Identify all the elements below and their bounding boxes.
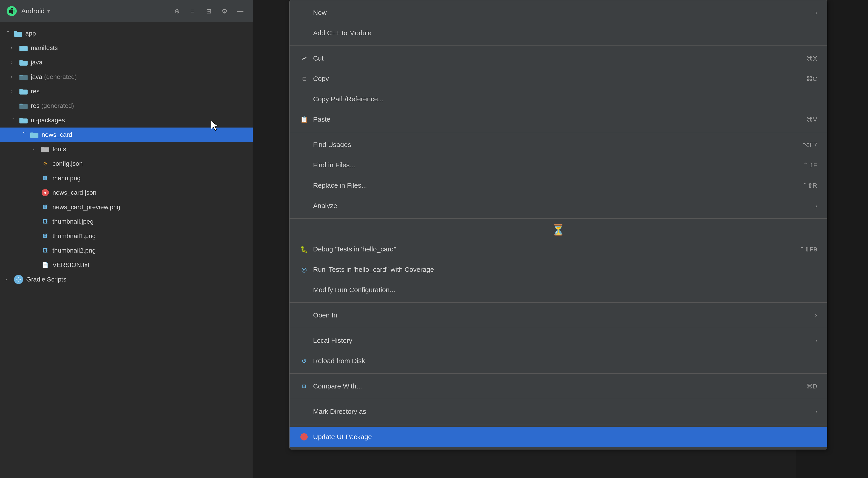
menu-item-open-in[interactable]: Open In › [289, 305, 827, 325]
menu-item-copy-path[interactable]: Copy Path/Reference... [289, 89, 827, 109]
separator-2 [289, 132, 827, 132]
file-tree: › app › manifests › java [0, 23, 253, 478]
toolbar-dropdown-label: Android [21, 7, 44, 15]
menu-item-reload[interactable]: ↺ Reload from Disk [289, 351, 827, 371]
menu-item-update-ui[interactable]: Update UI Package [289, 427, 827, 447]
tree-item-ui-packages[interactable]: › ui-packages [0, 113, 253, 127]
chevron-fonts: › [33, 146, 38, 152]
expand-button[interactable]: ⊟ [203, 5, 214, 17]
separator-5 [289, 328, 827, 328]
tree-item-java-gen[interactable]: › java (generated) [0, 70, 253, 84]
separator-3 [289, 218, 827, 219]
tree-item-app[interactable]: › app [0, 26, 253, 41]
folder-icon-res-gen [20, 103, 28, 109]
svg-rect-13 [20, 118, 23, 119]
menu-label-coverage: Run 'Tests in 'hello_card'' with Coverag… [313, 266, 817, 273]
menu-item-debug[interactable]: 🐛 Debug 'Tests in 'hello_card'' ⌃⇧F9 [289, 239, 827, 259]
tree-label-version-txt: VERSION.txt [53, 261, 89, 269]
file-icon-config-json: ⚙ [41, 160, 49, 168]
modify-run-icon [300, 286, 309, 294]
menu-item-replace-in-files[interactable]: Replace in Files... ⌃⇧R [289, 175, 827, 196]
tree-item-config-json[interactable]: › ⚙ config.json [0, 156, 253, 171]
tree-item-java[interactable]: › java [0, 55, 253, 70]
file-tree-panel: Android ▾ ⊕ ≡ ⊟ ⚙ — › app › manifests [0, 0, 253, 478]
find-in-files-icon [300, 160, 309, 170]
chevron-java: › [11, 59, 16, 65]
mark-dir-arrow: › [815, 408, 817, 415]
tree-item-news-card-json[interactable]: › ● news_card.json [0, 185, 253, 200]
folder-icon-res [20, 88, 28, 94]
folder-icon-fonts [41, 146, 49, 152]
settings-button[interactable]: ⚙ [219, 5, 230, 17]
tree-item-version-txt[interactable]: › 📄 VERSION.txt [0, 258, 253, 272]
menu-item-modify-run[interactable]: Modify Run Configuration... [289, 280, 827, 300]
menu-label-cut: Cut [313, 55, 802, 62]
tree-label-menu-png: menu.png [53, 175, 81, 182]
tree-label-news-card-json: news_card.json [53, 189, 96, 196]
svg-rect-15 [30, 132, 33, 134]
tree-item-res[interactable]: › res [0, 84, 253, 98]
svg-rect-17 [41, 147, 44, 148]
menu-label-copy: Copy [313, 75, 802, 83]
svg-rect-7 [20, 74, 23, 76]
menu-label-reload: Reload from Disk [313, 357, 817, 365]
tree-item-news-card[interactable]: › news_card [0, 127, 253, 142]
toolbar-title[interactable]: Android ▾ [21, 7, 50, 15]
android-icon [7, 6, 17, 16]
menu-item-paste[interactable]: 📋 Paste ⌘V [289, 109, 827, 129]
menu-item-cut[interactable]: ✂ Cut ⌘X [289, 48, 827, 68]
menu-label-mark-dir: Mark Directory as [313, 408, 811, 415]
toolbar-dropdown-arrow[interactable]: ▾ [47, 8, 50, 14]
svg-rect-5 [20, 60, 23, 61]
menu-item-find-usages[interactable]: Find Usages ⌥F7 [289, 135, 827, 155]
tree-label-config-json: config.json [53, 160, 83, 167]
separator-6 [289, 373, 827, 374]
file-icon-thumbnail2-png: 🖼 [41, 246, 49, 255]
tree-item-news-card-preview[interactable]: › 🖼 news_card_preview.png [0, 200, 253, 214]
menu-item-local-history[interactable]: Local History › [289, 330, 827, 351]
tree-item-fonts[interactable]: › fonts [0, 142, 253, 156]
menu-label-copy-path: Copy Path/Reference... [313, 95, 817, 103]
sync-button[interactable]: ⊕ [171, 5, 183, 17]
tree-item-thumbnail2-png[interactable]: › 🖼 thumbnail2.png [0, 243, 253, 258]
menu-item-mark-dir[interactable]: Mark Directory as › [289, 401, 827, 422]
menu-item-coverage[interactable]: ◎ Run 'Tests in 'hello_card'' with Cover… [289, 259, 827, 280]
svg-rect-3 [20, 46, 23, 47]
tree-item-thumbnail1-png[interactable]: › 🖼 thumbnail1.png [0, 229, 253, 243]
menu-label-local-history: Local History [313, 337, 811, 345]
analyze-icon [300, 201, 309, 210]
tree-label-ui-packages: ui-packages [31, 117, 65, 124]
tree-label-fonts: fonts [53, 146, 66, 153]
tree-item-gradle[interactable]: › Gradle Scripts [0, 272, 253, 287]
close-button[interactable]: — [235, 5, 246, 17]
toolbar: Android ▾ ⊕ ≡ ⊟ ⚙ — [0, 0, 253, 23]
chevron-res: › [11, 88, 16, 94]
svg-rect-1 [14, 31, 17, 33]
compare-icon: ⊞ [300, 382, 309, 391]
collapse-all-button[interactable]: ≡ [187, 5, 198, 17]
menu-item-find-in-files[interactable]: Find in Files... ⌃⇧F [289, 155, 827, 175]
menu-item-copy[interactable]: ⧉ Copy ⌘C [289, 68, 827, 89]
paste-icon: 📋 [300, 115, 309, 124]
chevron-ui-packages: › [11, 118, 17, 123]
menu-item-add-cpp[interactable]: Add C++ to Module [289, 23, 827, 43]
menu-item-analyze[interactable]: Analyze › [289, 196, 827, 216]
chevron-gradle: › [5, 276, 11, 282]
tree-item-menu-png[interactable]: › 🖼 menu.png [0, 171, 253, 185]
menu-item-new[interactable]: New › [289, 2, 827, 23]
gradle-icon [14, 275, 23, 284]
menu-item-compare[interactable]: ⊞ Compare With... ⌘D [289, 376, 827, 396]
menu-label-paste: Paste [313, 116, 802, 123]
file-icon-menu-png: 🖼 [41, 174, 49, 182]
tree-item-thumbnail-jpeg[interactable]: › 🖼 thumbnail.jpeg [0, 214, 253, 229]
menu-label-debug: Debug 'Tests in 'hello_card'' [313, 245, 795, 253]
svg-rect-9 [20, 89, 23, 90]
menu-label-modify-run: Modify Run Configuration... [313, 286, 817, 294]
tree-item-manifests[interactable]: › manifests [0, 41, 253, 55]
menu-label-open-in: Open In [313, 311, 811, 319]
tree-item-res-gen[interactable]: › res (generated) [0, 98, 253, 113]
folder-icon-manifests [20, 45, 28, 51]
tree-label-news-card: news_card [41, 131, 72, 139]
new-icon [300, 8, 309, 17]
chevron-app: › [5, 31, 11, 36]
